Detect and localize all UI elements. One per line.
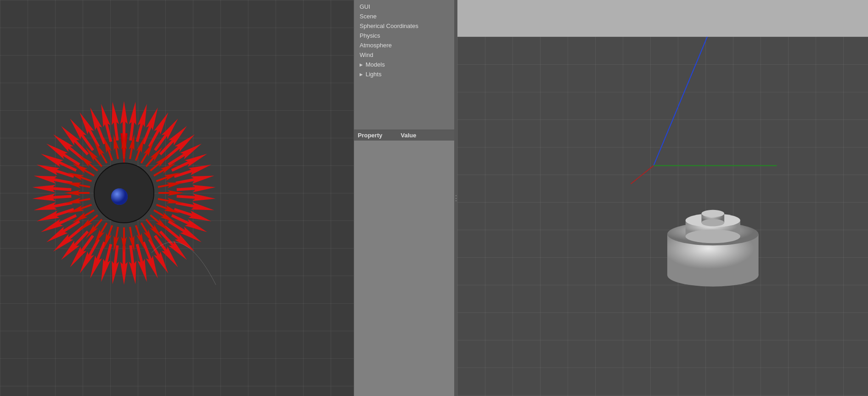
tree-item-models[interactable]: Models	[354, 60, 454, 69]
scene-tree: GUI Scene Spherical Coordinates Physics …	[354, 0, 454, 130]
properties-header: Property Value	[354, 130, 454, 141]
svg-line-8	[631, 165, 654, 184]
svg-point-14	[686, 230, 740, 243]
right-viewport-svg	[457, 0, 868, 396]
svg-point-5	[111, 188, 128, 205]
wind-visualization-svg	[0, 0, 354, 396]
tree-item-gui[interactable]: GUI	[354, 2, 454, 11]
tree-item-scene[interactable]: Scene	[354, 11, 454, 21]
svg-point-17	[701, 219, 724, 226]
left-3d-viewport[interactable]	[0, 0, 354, 396]
tree-item-physics[interactable]: Physics	[354, 31, 454, 40]
tree-item-atmosphere[interactable]: Atmosphere	[354, 40, 454, 50]
right-viewport-toolbar	[457, 0, 868, 37]
properties-panel: GUI Scene Spherical Coordinates Physics …	[354, 0, 455, 396]
properties-section: Property Value	[354, 130, 454, 396]
properties-body	[354, 141, 454, 396]
property-col-header: Property	[358, 132, 382, 139]
value-col-header: Value	[400, 132, 416, 139]
tree-item-lights[interactable]: Lights	[354, 69, 454, 79]
svg-point-16	[701, 210, 724, 217]
tree-item-wind[interactable]: Wind	[354, 50, 454, 60]
right-3d-viewport[interactable]	[457, 0, 868, 396]
tree-item-spherical-coordinates[interactable]: Spherical Coordinates	[354, 21, 454, 31]
